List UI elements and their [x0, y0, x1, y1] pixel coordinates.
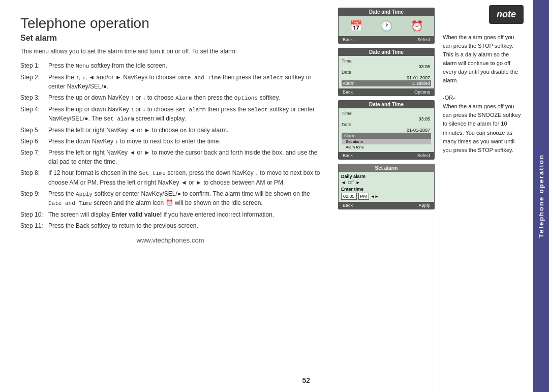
side-tab-text: Telephone operation: [537, 154, 545, 238]
step-11: Step 11: Press the Back softkey to retur…: [20, 221, 320, 230]
note-snooze: When the alarm goes off you can press th…: [443, 103, 521, 153]
right-arrow-icon: ►: [356, 180, 360, 185]
screen-4-daily-value-row: ◄ Off ►: [341, 180, 432, 185]
step-8: Step 8: If 12 hour format is chosen in t…: [20, 168, 320, 187]
screen-2-alarm-row: Alarm Disabled: [342, 80, 431, 86]
screen-1-header: Date and Time: [339, 8, 434, 16]
screen-3-time-value: 03:05: [342, 116, 431, 122]
step-3: Step 3: Press the up or down NavKey ↑ or…: [20, 93, 320, 103]
right-column: note When the alarm goes off you can pre…: [440, 0, 549, 392]
screen-2: Date and Time Time 03:05 Date 01-01-2007…: [338, 48, 435, 96]
step-9-text: Press the Apply softkey or center NavKey…: [48, 189, 320, 208]
step-5-text: Press the left or right NavKey ◄ or ► to…: [48, 126, 320, 135]
step-8-label: Step 8:: [20, 168, 48, 187]
screen-2-header: Date and Time: [339, 48, 434, 56]
screen-4-apply[interactable]: Apply: [418, 203, 430, 208]
side-tab: Telephone operation: [533, 0, 549, 392]
screen-3-back[interactable]: Back: [343, 153, 353, 158]
screen-3-time-row: Time: [342, 110, 431, 116]
screen-3-header: Date and Time: [339, 101, 434, 108]
steps-container: Step 1: Press the Menu softkey from the …: [20, 61, 320, 230]
screen-1-select[interactable]: Select: [417, 37, 430, 42]
screen-4-enter-time-label: Enter time: [341, 187, 432, 192]
step-4: Step 4: Press the up or down NavKey ↑ or…: [20, 105, 320, 124]
main-content: Telephone operation Set alarm This menu …: [0, 0, 336, 392]
step-1: Step 1: Press the Menu softkey from the …: [20, 61, 320, 71]
screen-3-alarm-label: Alarm: [342, 133, 431, 139]
step-4-label: Step 4:: [20, 105, 48, 124]
screen-4-time-input-row: 02:05 PM ◄►: [341, 193, 432, 200]
alarm-icon: ⏰: [411, 20, 423, 32]
screen-2-body: Time 03:05 Date 01-01-2007 Alarm Disable…: [339, 56, 434, 88]
note-text: When the alarm goes off you can press th…: [440, 33, 541, 155]
screen-2-date-value: 01-01-2007: [342, 75, 431, 80]
screen-4-back[interactable]: Back: [343, 203, 353, 208]
screen-1-icons: 📅 🕐 ⏰: [339, 16, 434, 36]
step-2-label: Step 2:: [20, 73, 48, 92]
step-1-text: Press the Menu softkey from the idle scr…: [48, 61, 320, 71]
screen-2-time-value: 03:05: [342, 64, 431, 69]
step-9: Step 9: Press the Apply softkey or cente…: [20, 189, 320, 208]
screen-1: Date and Time 📅 🕐 ⏰ Back Select: [338, 8, 435, 44]
section-title: Set alarm: [20, 34, 320, 43]
page-title: Telephone operation: [20, 15, 320, 32]
screen-3-footer: Back Select: [339, 152, 434, 159]
screen-2-back[interactable]: Back: [343, 89, 353, 95]
note-box: note: [489, 5, 524, 24]
step-7: Step 7: Press the left or right NavKey ◄…: [20, 148, 320, 166]
screen-1-back[interactable]: Back: [343, 37, 353, 42]
step-10: Step 10: The screen will display Enter v…: [20, 210, 320, 219]
screen-2-time-row: Time: [342, 58, 431, 64]
note-label: note: [497, 9, 516, 19]
step-9-label: Step 9:: [20, 189, 48, 208]
step-2-text: Press the ↑, ↓, ◄ and/or ► NavKeys to ch…: [48, 73, 320, 92]
step-5-label: Step 5:: [20, 126, 48, 135]
calendar-icon: 📅: [350, 20, 362, 32]
note-or: -OR-: [443, 95, 455, 101]
step-3-text: Press the up or down NavKey ↑ or ↓ to ch…: [48, 93, 320, 103]
screen-3-date-row: Date: [342, 122, 431, 128]
screen-4-footer: Back Apply: [339, 202, 434, 209]
step-3-label: Step 3:: [20, 93, 48, 103]
screens-area: Date and Time 📅 🕐 ⏰ Back Select Date and…: [336, 0, 437, 392]
screen-3: Date and Time Time 03:05 Date 01-01-2007…: [338, 100, 435, 160]
step-11-text: Press the Back softkey to return to the …: [48, 221, 320, 230]
step-6-text: Press the down NavKey ↓ to move to next …: [48, 137, 320, 146]
step-4-text: Press the up or down NavKey ↑ or ↓ to ch…: [48, 105, 320, 124]
step-6-label: Step 6:: [20, 137, 48, 146]
screen-4-daily: Daily alarm ◄ Off ► Enter time 02:05 PM …: [339, 172, 434, 202]
screen-4-header: Set alarm: [339, 164, 434, 172]
screen-3-set-alarm: Set alarm: [342, 139, 431, 144]
step-7-text: Press the left or right NavKey ◄ or ► to…: [48, 148, 320, 166]
screen-4-daily-value: Off: [348, 180, 354, 185]
step-6: Step 6: Press the down NavKey ↓ to move …: [20, 137, 320, 146]
website: www.vtechphones.com: [20, 236, 320, 244]
step-10-label: Step 10:: [20, 210, 48, 219]
screen-4-pm-arrow: ◄►: [371, 194, 379, 199]
screen-4: Set alarm Daily alarm ◄ Off ► Enter time…: [338, 164, 435, 209]
step-7-label: Step 7:: [20, 148, 48, 166]
step-10-text: The screen will display Enter valid valu…: [48, 210, 320, 219]
clock-icon: 🕐: [380, 20, 393, 32]
step-8-text: If 12 hour format is chosen in the Set t…: [48, 168, 320, 187]
left-arrow-icon: ◄: [341, 180, 346, 185]
screen-2-footer: Back Options: [339, 88, 434, 96]
screen-2-date-row: Date: [342, 69, 431, 75]
screen-2-options[interactable]: Options: [414, 89, 430, 95]
screen-3-select[interactable]: Select: [417, 153, 430, 158]
screen-3-body: Time 03:05 Date 01-01-2007 Alarm Set ala…: [339, 108, 434, 152]
screen-3-alam-tone: Alam tone: [342, 144, 431, 150]
screen-4-pm-box[interactable]: PM: [358, 193, 370, 200]
step-11-label: Step 11:: [20, 221, 48, 230]
step-1-label: Step 1:: [20, 61, 48, 71]
step-2: Step 2: Press the ↑, ↓, ◄ and/or ► NavKe…: [20, 73, 320, 92]
screen-1-footer: Back Select: [339, 36, 434, 43]
page-number: 52: [302, 376, 310, 384]
intro-text: This menu allows you to set the alarm ti…: [20, 47, 320, 56]
screen-3-date-value: 01-01-2007: [342, 128, 431, 133]
screen-4-time-input[interactable]: 02:05: [341, 193, 357, 200]
screen-4-daily-label: Daily alarm: [341, 174, 432, 179]
step-5: Step 5: Press the left or right NavKey ◄…: [20, 126, 320, 135]
note-when-alarm: When the alarm goes off you can press th…: [443, 34, 518, 83]
